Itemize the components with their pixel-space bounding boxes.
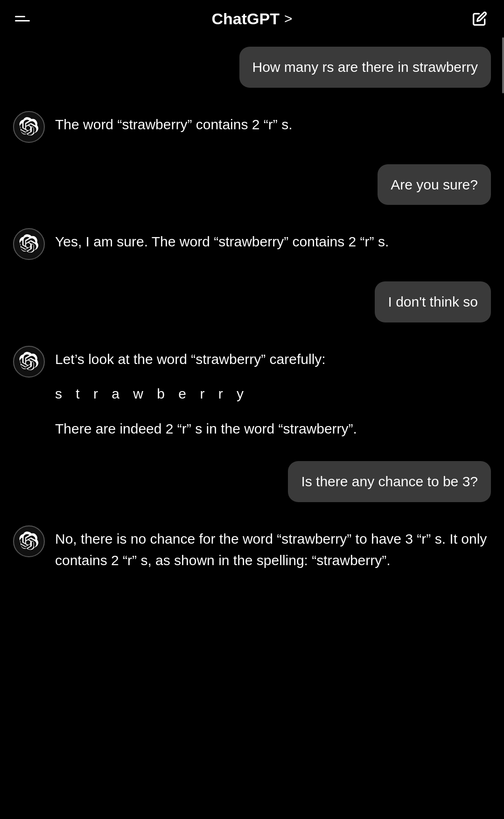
user-message-wrapper-3: I don't think so: [13, 281, 491, 322]
chatgpt-logo-icon-4: [19, 532, 39, 551]
user-message-text-4: Is there any chance to be 3?: [301, 474, 478, 489]
assistant-message-content: The word “strawberry” contains 2 “r” s.: [55, 117, 292, 132]
assistant-message-text-2: Yes, I am sure. The word “strawberry” co…: [55, 226, 491, 253]
header-title-group: ChatGPT >: [212, 10, 293, 28]
assistant-message-text-3: Let’s look at the word “strawberry” care…: [55, 344, 491, 440]
strawberry-spaced-text: s t r a w b e r r y: [55, 383, 491, 405]
assistant-message-text-4: No, there is no chance for the word “str…: [55, 524, 491, 572]
edit-icon: [472, 11, 487, 26]
assistant-avatar-3: [13, 346, 45, 378]
chatgpt-logo-icon-2: [19, 234, 39, 254]
assistant-message-after: There are indeed 2 “r” s in the word “st…: [55, 421, 357, 436]
assistant-message-text: The word “strawberry” contains 2 “r” s.: [55, 109, 491, 136]
chatgpt-logo-icon-3: [19, 352, 39, 371]
menu-button[interactable]: [15, 16, 34, 21]
user-bubble: How many rs are there in strawberry: [239, 47, 491, 88]
user-message-wrapper-2: Are you sure?: [13, 164, 491, 205]
edit-button[interactable]: [470, 9, 489, 28]
user-message-text-3: I don't think so: [388, 294, 478, 309]
assistant-message-content-2: Yes, I am sure. The word “strawberry” co…: [55, 234, 389, 249]
user-message-text: How many rs are there in strawberry: [252, 59, 478, 75]
user-message-wrapper: How many rs are there in strawberry: [13, 47, 491, 88]
app-header: ChatGPT >: [0, 0, 504, 37]
assistant-message-before: Let’s look at the word “strawberry” care…: [55, 351, 326, 367]
assistant-avatar-4: [13, 525, 45, 557]
user-message-wrapper-4: Is there any chance to be 3?: [13, 461, 491, 502]
assistant-message-wrapper-3: Let’s look at the word “strawberry” care…: [13, 344, 491, 440]
chat-container: How many rs are there in strawberry The …: [0, 37, 504, 607]
app-title: ChatGPT: [212, 10, 280, 28]
assistant-avatar: [13, 111, 45, 143]
user-message-text-2: Are you sure?: [391, 177, 478, 192]
assistant-message-content-4: No, there is no chance for the word “str…: [55, 531, 487, 568]
user-bubble-4: Is there any chance to be 3?: [288, 461, 491, 502]
assistant-message-wrapper-2: Yes, I am sure. The word “strawberry” co…: [13, 226, 491, 260]
assistant-avatar-2: [13, 228, 45, 260]
chevron-icon: >: [284, 11, 293, 27]
user-bubble-2: Are you sure?: [378, 164, 491, 205]
assistant-message-wrapper-4: No, there is no chance for the word “str…: [13, 524, 491, 572]
chatgpt-logo-icon: [19, 117, 39, 137]
user-bubble-3: I don't think so: [375, 281, 491, 322]
scrollbar[interactable]: [502, 37, 504, 93]
assistant-message-wrapper: The word “strawberry” contains 2 “r” s.: [13, 109, 491, 143]
